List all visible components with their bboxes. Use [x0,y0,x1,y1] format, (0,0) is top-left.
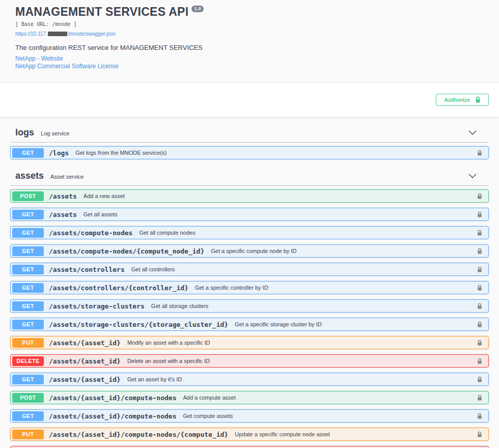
operation-path: /assets [49,192,77,200]
lock-icon[interactable] [477,303,482,310]
operation-row[interactable]: POST /assets Add a new asset [10,189,489,203]
section-description: Log service [41,130,69,136]
operation-path: /assets/compute-nodes [49,229,132,237]
operation-summary: Get compute assets [183,413,477,419]
spec-url-prefix: https://10.117. [15,31,47,37]
lock-icon[interactable] [477,193,482,200]
operation-row[interactable]: GET /assets/controllers/{controller_id} … [10,281,489,294]
operation-row[interactable]: GET /assets/{asset_id} Get an asset by i… [10,373,489,386]
method-badge: POST [12,191,44,201]
lock-icon[interactable] [477,376,482,383]
operation-path: /assets/{asset_id} [49,357,121,365]
method-badge: GET [12,320,44,329]
api-section: assets Asset service POST /assets Add a … [10,164,489,448]
lock-icon[interactable] [477,150,482,156]
operation-row[interactable]: POST /assets/{asset_id}/compute-nodes Ad… [10,391,489,404]
version-badge: 1.0 [191,6,203,12]
operation-summary: Add a new asset [84,193,477,199]
swagger-ui-page: MANAGEMENT SERVICES API1.0 [ Base URL: /… [0,0,499,448]
chevron-down-icon[interactable] [468,130,477,135]
operation-path: /assets/storage-clusters [49,302,145,310]
operation-row[interactable]: GET /assets/{asset_id}/compute-nodes Get… [10,409,489,423]
operation-row[interactable]: PUT /assets/{asset_id}/compute-nodes/{co… [10,428,489,441]
page-title: MANAGEMENT SERVICES API1.0 [15,5,484,19]
base-url-label: [ Base URL: /mnode ] [15,21,484,27]
operation-row[interactable]: PUT /assets/{asset_id} Modify an asset w… [10,336,489,349]
method-badge: POST [12,393,44,403]
spec-url-suffix: /mnode/swagger.json [68,31,116,37]
section-header[interactable]: logs Log service [10,127,489,143]
operation-path: /assets/{asset_id} [49,376,121,383]
lock-icon [475,96,481,103]
operation-row[interactable]: GET /assets/compute-nodes/{compute_node_… [10,244,489,258]
operation-row[interactable]: GET /assets/compute-nodes Get all comput… [10,226,489,239]
operation-summary: Get a specific compute node by ID [211,248,477,254]
authorize-button[interactable]: Authorize [436,94,489,106]
method-badge: GET [12,228,44,238]
operation-path: /assets/{asset_id}/compute-nodes/{comput… [49,431,228,438]
operation-row[interactable]: GET /assets/storage-clusters/{storage_cl… [10,318,489,331]
method-badge: GET [12,411,44,421]
operation-summary: Update a specific compute node asset [235,431,477,437]
spec-url-link[interactable]: https://10.117./mnode/swagger.json [15,31,116,37]
operation-path: /assets [49,211,77,218]
method-badge: GET [12,283,44,293]
operation-row[interactable]: GET /assets Get all assets [10,208,489,221]
section-title: assets [15,171,44,181]
operation-path: /assets/{asset_id}/compute-nodes [49,394,176,402]
chevron-down-icon[interactable] [468,174,477,178]
scheme-container: Authorize [0,82,499,117]
license-link[interactable]: NetApp Commercial Software License [15,63,119,70]
section-title: logs [15,127,34,138]
section-description: Asset service [50,174,84,180]
api-info-header: MANAGEMENT SERVICES API1.0 [ Base URL: /… [0,0,499,82]
operation-summary: Get all storage clusters [151,303,477,309]
api-section: logs Log service GET /logs Get logs from… [10,127,489,159]
operation-path: /assets/controllers/{controller_id} [49,284,188,292]
lock-icon[interactable] [477,340,482,346]
operation-path: /logs [49,149,69,157]
operation-row[interactable]: DELETE /assets/{asset_id}/compute-nodes/… [10,446,489,448]
section-operations: POST /assets Add a new asset GET /assets… [10,189,489,448]
operation-row[interactable]: DELETE /assets/{asset_id} Delete an asse… [10,354,489,368]
method-badge: GET [12,148,44,158]
operation-summary: Get an asset by it's ID [127,376,477,382]
lock-icon[interactable] [477,358,482,365]
operation-summary: Get a specific storage cluster by ID [235,321,477,327]
website-link[interactable]: NetApp - Website [15,55,63,63]
method-badge: DELETE [12,356,44,366]
lock-icon[interactable] [477,211,482,218]
method-badge: GET [12,265,44,274]
operation-summary: Modify an asset with a specific ID [127,340,477,346]
operation-summary: Get logs from the MNODE service(s) [75,150,477,156]
operation-path: /assets/compute-nodes/{compute_node_id} [49,247,204,255]
lock-icon[interactable] [477,413,482,419]
operation-path: /assets/controllers [49,266,125,273]
api-title-text: MANAGEMENT SERVICES API [15,5,188,18]
authorize-label: Authorize [444,97,470,103]
api-description: The configuration REST service for MANAG… [15,44,484,51]
operation-row[interactable]: GET /assets/controllers Get all controll… [10,263,489,276]
lock-icon[interactable] [477,431,482,438]
operation-row[interactable]: GET /assets/storage-clusters Get all sto… [10,299,489,313]
operation-summary: Get all assets [84,211,477,217]
operation-summary: Get all compute nodes [139,230,477,236]
section-header[interactable]: assets Asset service [10,164,489,186]
operation-path: /assets/{asset_id} [49,339,121,347]
operation-row[interactable]: GET /logs Get logs from the MNODE servic… [10,146,489,159]
lock-icon[interactable] [477,230,482,236]
operation-path: /assets/{asset_id}/compute-nodes [49,412,176,420]
lock-icon[interactable] [477,321,482,328]
operation-path: /assets/storage-clusters/{storage_cluste… [49,321,228,328]
method-badge: GET [12,375,44,384]
operation-summary: Get a specific controller by ID [195,285,477,291]
lock-icon[interactable] [477,248,482,255]
lock-icon[interactable] [477,266,482,273]
lock-icon[interactable] [477,285,482,291]
operation-summary: Add a compute asset [183,395,477,401]
method-badge: PUT [12,338,44,348]
section-operations: GET /logs Get logs from the MNODE servic… [10,146,489,159]
redacted-ip-block [48,32,67,36]
method-badge: PUT [12,430,44,439]
lock-icon[interactable] [477,395,482,401]
